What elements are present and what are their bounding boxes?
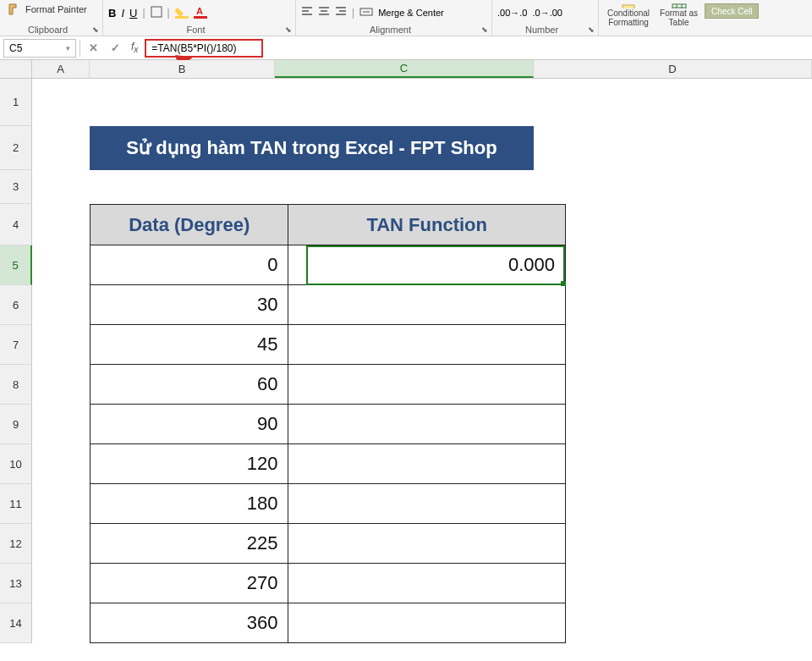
cell[interactable] [288, 325, 566, 365]
group-label-alignment: Alignment [296, 25, 485, 35]
expand-icon[interactable]: ⬊ [285, 25, 294, 34]
row-header[interactable]: 10 [0, 444, 32, 484]
table-row: 360 [91, 603, 566, 643]
merge-center-icon[interactable] [359, 6, 373, 20]
table-row: 120 [91, 444, 566, 484]
cell[interactable]: 225 [91, 524, 288, 564]
table-row: 180 [91, 484, 566, 524]
formula-text: =TAN(B5*PI()/180) [151, 42, 236, 54]
cell[interactable]: 120 [91, 444, 288, 484]
cancel-formula-button[interactable]: ✕ [84, 39, 102, 58]
formula-input[interactable]: =TAN(B5*PI()/180) [145, 39, 263, 58]
conditional-formatting-button[interactable]: Conditional Formatting [604, 3, 653, 27]
align-right-icon[interactable] [335, 6, 347, 20]
cell[interactable]: 90 [91, 405, 288, 444]
group-label-number: Number [492, 25, 591, 35]
row-header[interactable]: 5 [0, 245, 32, 285]
formula-bar: C5 ▾ ✕ ✓ fx =TAN(B5*PI()/180) [0, 36, 812, 60]
border-icon[interactable] [151, 6, 162, 20]
cell[interactable]: 180 [91, 484, 288, 524]
format-as-table-button[interactable]: Format as Table [656, 3, 701, 27]
cell[interactable]: 0 [91, 245, 288, 285]
check-cell-style[interactable]: Check Cell [705, 3, 759, 19]
name-box[interactable]: C5 ▾ [3, 39, 76, 58]
table-row: 90 [91, 405, 566, 444]
chevron-down-icon[interactable]: ▾ [66, 44, 70, 52]
cell[interactable]: 60 [91, 365, 288, 405]
underline-icon[interactable]: U [129, 7, 137, 19]
cell[interactable]: 0.000 [288, 245, 566, 285]
align-left-icon[interactable] [301, 6, 313, 20]
cell[interactable]: 45 [91, 325, 288, 365]
fill-color-icon[interactable] [175, 5, 189, 21]
row-header[interactable]: 11 [0, 484, 32, 524]
merge-center-label[interactable]: Merge & Center [378, 8, 444, 18]
column-headers: A B C D [0, 60, 812, 79]
data-table: Data (Degree) TAN Function 00.000 30 45 … [90, 204, 566, 643]
svg-text:A: A [196, 6, 203, 16]
format-painter-label: Format Painter [25, 4, 87, 14]
cell[interactable] [288, 484, 566, 524]
table-row: 225 [91, 524, 566, 564]
cell[interactable] [288, 603, 566, 643]
ribbon-group-alignment: | Merge & Center Alignment ⬊ [296, 0, 492, 36]
title-banner: Sử dụng hàm TAN trong Excel - FPT Shop [90, 126, 534, 170]
fx-icon[interactable]: fx [128, 41, 141, 54]
cell[interactable]: 270 [91, 564, 288, 603]
group-label-font: Font [103, 25, 288, 35]
accept-formula-button[interactable]: ✓ [106, 39, 124, 58]
cell[interactable]: 360 [91, 603, 288, 643]
ribbon-group-clipboard: Format Painter Clipboard ⬊ [0, 0, 103, 36]
row-header[interactable]: 9 [0, 405, 32, 444]
cell[interactable] [288, 444, 566, 484]
bold-icon[interactable]: B [108, 7, 116, 19]
select-all-corner[interactable] [0, 60, 32, 78]
table-row: 60 [91, 365, 566, 405]
row-header[interactable]: 13 [0, 564, 32, 603]
paintbrush-icon [7, 2, 22, 17]
ribbon: Format Painter Clipboard ⬊ B I U | | A F… [0, 0, 812, 36]
header-data-degree: Data (Degree) [91, 205, 288, 245]
row-header[interactable]: 8 [0, 365, 32, 405]
cell[interactable]: 30 [91, 285, 288, 325]
row-header[interactable]: 7 [0, 325, 32, 365]
column-header-a[interactable]: A [32, 60, 90, 78]
row-header[interactable]: 6 [0, 285, 32, 325]
row-header[interactable]: 12 [0, 524, 32, 564]
svg-rect-0 [151, 7, 162, 17]
row-header[interactable]: 2 [0, 126, 32, 170]
cell[interactable] [288, 365, 566, 405]
spreadsheet: A B C D 1 2 3 4 5 6 7 8 9 10 11 12 13 14… [0, 60, 812, 661]
cell-area[interactable]: Sử dụng hàm TAN trong Excel - FPT Shop D… [32, 79, 812, 643]
font-color-icon[interactable]: A [194, 5, 207, 21]
increase-decimal-icon[interactable]: .0→.00 [532, 8, 562, 18]
ribbon-group-styles: Conditional Formatting Format as Table C… [599, 0, 810, 36]
svg-rect-1 [175, 16, 189, 19]
column-header-d[interactable]: D [534, 60, 812, 78]
svg-rect-3 [194, 16, 207, 19]
table-row: 30 [91, 285, 566, 325]
table-row: 45 [91, 325, 566, 365]
column-header-c[interactable]: C [275, 60, 534, 78]
name-box-value: C5 [9, 42, 22, 54]
row-header[interactable]: 1 [0, 79, 32, 126]
column-header-b[interactable]: B [90, 60, 275, 78]
decrease-decimal-icon[interactable]: .00→.0 [497, 8, 527, 18]
cell[interactable] [288, 285, 566, 325]
cell[interactable] [288, 524, 566, 564]
expand-icon[interactable]: ⬊ [481, 25, 490, 34]
expand-icon[interactable]: ⬊ [588, 25, 596, 34]
ribbon-group-font: B I U | | A Font ⬊ [103, 0, 296, 36]
format-painter-button[interactable]: Format Painter [5, 2, 97, 17]
expand-icon[interactable]: ⬊ [92, 25, 101, 34]
row-header[interactable]: 14 [0, 603, 32, 643]
header-tan-function: TAN Function [288, 205, 566, 245]
cell[interactable] [288, 564, 566, 603]
italic-icon[interactable]: I [121, 7, 124, 19]
cell[interactable] [288, 405, 566, 444]
row-headers: 1 2 3 4 5 6 7 8 9 10 11 12 13 14 [0, 79, 32, 643]
align-center-icon[interactable] [318, 6, 330, 20]
row-header[interactable]: 4 [0, 204, 32, 245]
row-header[interactable]: 3 [0, 170, 32, 204]
table-row: 270 [91, 564, 566, 603]
